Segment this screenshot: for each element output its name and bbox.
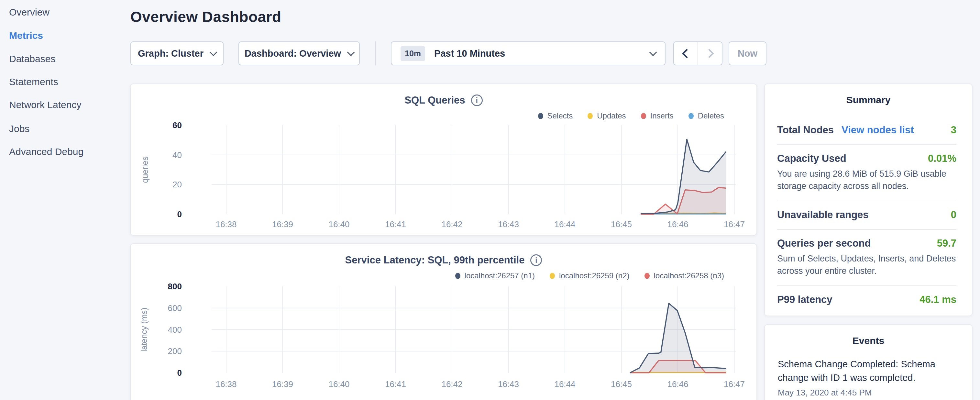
svg-text:16:38: 16:38 xyxy=(215,220,237,229)
svg-text:16:39: 16:39 xyxy=(272,379,293,389)
service-latency-chart-card: Service Latency: SQL, 99th percentile i … xyxy=(130,243,757,400)
dashboard-dropdown[interactable]: Dashboard: Overview xyxy=(239,41,360,65)
view-nodes-list-link[interactable]: View nodes list xyxy=(842,124,914,135)
summary-row-label: Capacity Used xyxy=(777,153,846,164)
sidebar-item-databases[interactable]: Databases xyxy=(9,53,55,65)
time-range-badge: 10m xyxy=(401,46,425,61)
svg-text:16:39: 16:39 xyxy=(272,220,293,229)
now-button[interactable]: Now xyxy=(729,41,767,65)
svg-text:queries: queries xyxy=(140,157,150,183)
summary-row-capacity-used: Capacity Used0.01%You are using 28.6 MiB… xyxy=(777,145,956,201)
summary-row-total-nodes: Total NodesView nodes list3 xyxy=(777,116,956,145)
svg-text:16:40: 16:40 xyxy=(328,220,349,229)
svg-text:16:41: 16:41 xyxy=(385,379,406,389)
svg-text:400: 400 xyxy=(168,325,182,335)
summary-row-label: Unavailable ranges xyxy=(777,209,869,220)
summary-row-unavailable-ranges: Unavailable ranges0 xyxy=(777,201,956,230)
graph-dropdown-label: Graph: Cluster xyxy=(138,48,204,59)
summary-panel: Summary Total NodesView nodes list3Capac… xyxy=(764,83,972,316)
summary-row-value: 46.1 ms xyxy=(920,294,956,306)
summary-row-label: Queries per second xyxy=(777,237,871,249)
svg-text:16:47: 16:47 xyxy=(724,379,745,389)
step-forward-button[interactable] xyxy=(698,42,722,65)
events-panel: Events Schema Change Completed: Schema c… xyxy=(764,324,972,400)
event-message: Schema Change Completed: Schema change w… xyxy=(778,357,958,384)
summary-row-value: 0 xyxy=(951,209,956,221)
svg-text:16:45: 16:45 xyxy=(611,379,632,389)
summary-row-value: 59.7 xyxy=(937,237,956,249)
summary-row-label: P99 latency xyxy=(777,294,832,305)
summary-title: Summary xyxy=(765,94,972,105)
service-latency-chart-plot[interactable]: 16:3816:3916:4016:4116:4216:4316:4416:45… xyxy=(131,244,756,400)
controls-divider xyxy=(375,41,376,65)
svg-text:0: 0 xyxy=(177,209,182,219)
svg-text:20: 20 xyxy=(172,180,182,189)
time-range-label: Past 10 Minutes xyxy=(434,48,641,59)
svg-text:16:44: 16:44 xyxy=(554,220,575,229)
svg-text:40: 40 xyxy=(172,150,182,160)
sidebar-item-statements[interactable]: Statements xyxy=(9,75,58,88)
sidebar-item-overview[interactable]: Overview xyxy=(9,6,49,19)
svg-text:16:43: 16:43 xyxy=(498,379,519,389)
svg-text:16:46: 16:46 xyxy=(667,379,688,389)
summary-row-subtext: You are using 28.6 MiB of 515.9 GiB usab… xyxy=(777,167,956,192)
svg-text:16:38: 16:38 xyxy=(215,379,237,389)
svg-text:16:43: 16:43 xyxy=(498,220,519,229)
svg-text:16:47: 16:47 xyxy=(724,220,745,229)
svg-text:0: 0 xyxy=(177,368,182,378)
svg-text:16:40: 16:40 xyxy=(328,379,349,389)
step-back-button[interactable] xyxy=(674,42,698,65)
graph-dropdown[interactable]: Graph: Cluster xyxy=(130,41,224,65)
summary-row-p99-latency: P99 latency46.1 ms xyxy=(777,286,956,314)
event-item: Schema Change Completed: Schema change w… xyxy=(778,357,958,398)
svg-text:200: 200 xyxy=(168,346,182,356)
sidebar-item-network-latency[interactable]: Network Latency xyxy=(9,98,81,112)
page-title: Overview Dashboard xyxy=(130,8,282,25)
svg-text:16:46: 16:46 xyxy=(667,220,688,229)
svg-text:16:42: 16:42 xyxy=(441,379,462,389)
summary-row-value: 3 xyxy=(951,124,956,136)
event-timestamp: May 13, 2020 at 4:45 PM xyxy=(778,388,958,398)
sidebar-item-advanced-debug[interactable]: Advanced Debug xyxy=(9,145,83,158)
svg-text:16:42: 16:42 xyxy=(441,220,462,229)
summary-row-queries-per-second: Queries per second59.7Sum of Selects, Up… xyxy=(777,230,956,286)
time-range-dropdown[interactable]: 10m Past 10 Minutes xyxy=(391,41,665,65)
svg-text:16:44: 16:44 xyxy=(554,379,575,389)
summary-row-value: 0.01% xyxy=(928,153,956,164)
svg-text:16:45: 16:45 xyxy=(611,220,632,229)
summary-row-subtext: Sum of Selects, Updates, Inserts, and De… xyxy=(777,252,956,277)
summary-row-label: Total Nodes xyxy=(777,124,834,135)
svg-text:16:41: 16:41 xyxy=(385,220,406,229)
chevron-left-icon xyxy=(682,49,692,58)
sql-queries-chart-card: SQL Queries i SelectsUpdatesInsertsDelet… xyxy=(130,83,757,236)
svg-text:latency (ms): latency (ms) xyxy=(140,308,148,351)
chevron-down-icon xyxy=(347,48,355,56)
dashboard-dropdown-label: Dashboard: Overview xyxy=(245,48,341,59)
chevron-down-icon xyxy=(649,48,657,56)
svg-text:800: 800 xyxy=(168,282,182,291)
chevron-right-icon xyxy=(704,49,713,58)
chevron-down-icon xyxy=(209,48,217,56)
events-title: Events xyxy=(765,335,972,346)
sidebar: OverviewMetricsDatabasesStatementsNetwor… xyxy=(0,0,129,400)
sql-queries-chart-plot[interactable]: 16:3816:3916:4016:4116:4216:4316:4416:45… xyxy=(131,84,756,235)
sidebar-item-metrics[interactable]: Metrics xyxy=(9,29,43,42)
svg-text:600: 600 xyxy=(168,303,182,313)
time-step-buttons xyxy=(673,41,722,65)
svg-text:60: 60 xyxy=(172,120,182,130)
sidebar-item-jobs[interactable]: Jobs xyxy=(9,122,29,135)
